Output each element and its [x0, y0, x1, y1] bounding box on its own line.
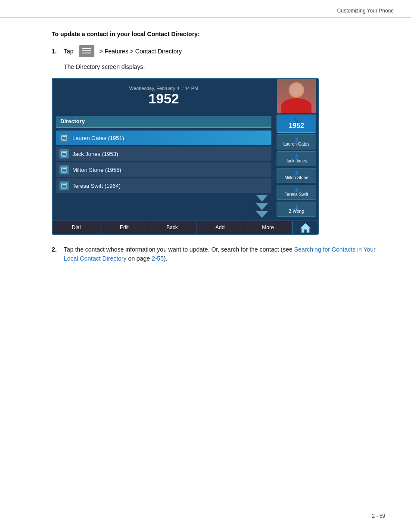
toolbar-dial-button[interactable]: Dial — [53, 221, 100, 234]
svg-rect-13 — [62, 170, 66, 170]
phone-datetime-area: Wednesday, February 4 1:44 PM 1952 — [53, 79, 275, 113]
step1-description: The Directory screen displays. — [64, 63, 377, 70]
sidebar-contact-teresa[interactable]: 👤 Teresa Swift — [277, 185, 316, 200]
step1-tap-label: Tap — [64, 48, 74, 55]
step1-row: 1. Tap > Features > Contact Directory — [52, 45, 377, 57]
phone-time: 1952 — [148, 91, 179, 107]
svg-rect-5 — [62, 138, 66, 138]
svg-rect-4 — [62, 136, 66, 137]
svg-marker-19 — [300, 223, 311, 233]
sidebar-current-number[interactable]: 📞 1952 — [277, 115, 316, 133]
toolbar-edit-button[interactable]: Edit — [100, 221, 148, 234]
toolbar-add-button[interactable]: Add — [196, 221, 244, 234]
directory-label: Directory — [56, 116, 271, 128]
contact-name-jack: Jack Jones (1953) — [72, 151, 118, 157]
phone-main-panel: Directory Lauren Gates (1951) — [53, 113, 275, 221]
sidebar-contact-jack[interactable]: 👤 Jack Jones — [277, 151, 316, 166]
phone-sidebar: 📞 1952 👤 Lauren Gates 👤 Jack Jones 👤 Mil… — [275, 113, 318, 221]
contact-item-jack[interactable]: Jack Jones (1953) — [56, 146, 271, 161]
svg-rect-6 — [62, 139, 65, 140]
step2-row: 2. Tap the contact whose information you… — [52, 245, 377, 263]
scroll-down-double-arrow[interactable] — [256, 203, 268, 218]
svg-rect-18 — [62, 187, 65, 187]
phone-body: Directory Lauren Gates (1951) — [53, 113, 318, 221]
sidebar-contact-milton[interactable]: 👤 Milton Stone — [277, 168, 316, 183]
step2-text-end: ). — [164, 255, 168, 262]
sidebar-number-display: 1952 — [279, 122, 314, 130]
page-number: 2 - 59 — [372, 513, 385, 519]
toolbar-back-button[interactable]: Back — [148, 221, 196, 234]
svg-rect-12 — [62, 168, 66, 169]
phone-avatar-area — [275, 79, 318, 113]
svg-rect-8 — [62, 152, 66, 153]
contact-icon-jack — [59, 149, 69, 159]
menu-icon[interactable] — [79, 45, 94, 57]
step1-nav-path: > Features > Contact Directory — [100, 48, 182, 55]
svg-rect-16 — [62, 184, 66, 185]
phone-top-bar: Wednesday, February 4 1:44 PM 1952 — [53, 79, 318, 113]
toolbar-more-button[interactable]: More — [244, 221, 292, 234]
contact-icon-milton — [59, 165, 69, 174]
contact-item-lauren[interactable]: Lauren Gates (1951) — [56, 131, 271, 145]
svg-rect-1 — [82, 50, 91, 51]
scroll-down-arrow[interactable] — [256, 195, 268, 202]
step1-number: 1. — [52, 48, 60, 55]
step2-text-before: Tap the contact whose information you wa… — [64, 246, 294, 253]
svg-rect-14 — [62, 171, 65, 171]
contact-name-milton: Milton Stone (1955) — [72, 167, 121, 173]
svg-rect-2 — [82, 53, 91, 53]
page-header: Customizing Your Phone — [0, 0, 411, 18]
section-label: Customizing Your Phone — [337, 8, 394, 14]
contact-icon-lauren — [59, 133, 69, 143]
step2-number: 2. — [52, 245, 60, 263]
contact-icon-teresa — [59, 181, 69, 190]
toolbar-home-button[interactable] — [292, 221, 318, 234]
step2-text: Tap the contact whose information you wa… — [64, 245, 377, 263]
contact-item-milton[interactable]: Milton Stone (1955) — [56, 162, 271, 177]
section-title: To update a contact in your local Contac… — [52, 31, 377, 37]
contact-list: Lauren Gates (1951) Jack Jones (1953) — [56, 131, 271, 193]
page-ref-link[interactable]: 2-55 — [152, 255, 164, 262]
sidebar-contact-lauren[interactable]: 👤 Lauren Gates — [277, 134, 316, 149]
sidebar-contact-zwong[interactable]: 👤 Z Wong — [277, 202, 316, 217]
svg-rect-9 — [62, 154, 66, 154]
contact-name-lauren: Lauren Gates (1951) — [72, 135, 124, 141]
svg-rect-0 — [82, 48, 91, 49]
svg-rect-17 — [62, 186, 66, 186]
main-content: To update a contact in your local Contac… — [0, 18, 411, 276]
phone-display: Wednesday, February 4 1:44 PM 1952 Direc… — [52, 78, 319, 235]
phone-toolbar: Dial Edit Back Add More — [53, 221, 318, 234]
svg-rect-10 — [62, 155, 65, 156]
step2-link-suffix: on page — [127, 255, 152, 262]
contact-item-teresa[interactable]: Teresa Swift (1964) — [56, 178, 271, 193]
contact-name-teresa: Teresa Swift (1964) — [72, 183, 121, 189]
phone-datetime: Wednesday, February 4 1:44 PM — [129, 86, 198, 91]
